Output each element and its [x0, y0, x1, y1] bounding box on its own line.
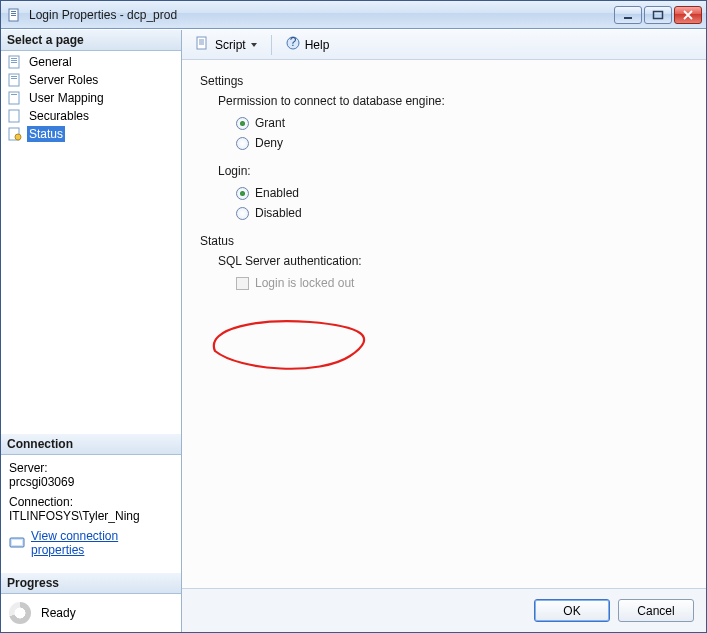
page-icon — [7, 90, 23, 106]
connection-label: Connection: — [9, 495, 173, 509]
svg-point-17 — [15, 134, 21, 140]
permission-deny-radio[interactable]: Deny — [236, 136, 688, 150]
window-title: Login Properties - dcp_prod — [29, 8, 614, 22]
svg-rect-11 — [11, 76, 17, 77]
login-locked-out-checkbox: Login is locked out — [236, 276, 688, 290]
page-icon — [7, 54, 23, 70]
sidebar-item-general[interactable]: General — [1, 53, 181, 71]
radio-icon — [236, 187, 249, 200]
help-icon: ? — [285, 35, 301, 54]
connection-props-icon — [9, 534, 25, 553]
toolbar: Script ? Help — [182, 30, 706, 60]
sidebar-item-label: Securables — [27, 108, 91, 124]
sidebar-item-server-roles[interactable]: Server Roles — [1, 71, 181, 89]
sidebar: Select a page General Server Roles — [1, 30, 182, 632]
cancel-button[interactable]: Cancel — [618, 599, 694, 622]
svg-rect-19 — [12, 540, 22, 545]
view-connection-properties-link[interactable]: View connection properties — [31, 529, 173, 557]
svg-rect-7 — [11, 58, 17, 59]
window-buttons — [614, 6, 702, 24]
sidebar-item-securables[interactable]: Securables — [1, 107, 181, 125]
progress-panel: Ready — [1, 594, 181, 632]
connection-header: Connection — [1, 434, 181, 455]
help-button[interactable]: ? Help — [280, 32, 335, 57]
titlebar: Login Properties - dcp_prod — [1, 1, 706, 29]
dialog-footer: OK Cancel — [182, 588, 706, 632]
page-icon — [7, 108, 23, 124]
svg-rect-13 — [9, 92, 19, 104]
progress-spinner-icon — [9, 602, 31, 624]
progress-header: Progress — [1, 573, 181, 594]
script-button[interactable]: Script — [190, 32, 263, 57]
connection-value: ITLINFOSYS\Tyler_Ning — [9, 509, 173, 523]
svg-rect-2 — [11, 13, 16, 14]
select-page-header: Select a page — [1, 30, 181, 51]
radio-label: Disabled — [255, 206, 302, 220]
svg-rect-12 — [11, 78, 17, 79]
radio-icon — [236, 137, 249, 150]
sidebar-item-label: User Mapping — [27, 90, 106, 106]
svg-rect-8 — [11, 60, 17, 61]
sidebar-item-label: Server Roles — [27, 72, 100, 88]
login-label: Login: — [218, 164, 688, 178]
server-label: Server: — [9, 461, 173, 475]
login-properties-window: Login Properties - dcp_prod Select a pag… — [0, 0, 707, 633]
radio-label: Grant — [255, 116, 285, 130]
sidebar-item-status[interactable]: Status — [1, 125, 181, 143]
chevron-down-icon — [250, 38, 258, 52]
page-list: General Server Roles User Mapping — [1, 51, 181, 145]
checkbox-icon — [236, 277, 249, 290]
svg-rect-15 — [9, 110, 19, 122]
help-label: Help — [305, 38, 330, 52]
main-panel: Script ? Help Settings Permission to con… — [182, 30, 706, 632]
svg-rect-4 — [624, 17, 632, 19]
login-enabled-radio[interactable]: Enabled — [236, 186, 688, 200]
server-value: prcsgi03069 — [9, 475, 173, 489]
page-icon — [7, 72, 23, 88]
minimize-button[interactable] — [614, 6, 642, 24]
progress-status: Ready — [41, 606, 76, 620]
sidebar-item-label: Status — [27, 126, 65, 142]
sql-auth-label: SQL Server authentication: — [218, 254, 688, 268]
permission-grant-radio[interactable]: Grant — [236, 116, 688, 130]
script-label: Script — [215, 38, 246, 52]
login-disabled-radio[interactable]: Disabled — [236, 206, 688, 220]
svg-rect-10 — [9, 74, 19, 86]
radio-icon — [236, 117, 249, 130]
radio-icon — [236, 207, 249, 220]
ok-button[interactable]: OK — [534, 599, 610, 622]
connection-panel: Server: prcsgi03069 Connection: ITLINFOS… — [1, 455, 181, 573]
checkbox-label: Login is locked out — [255, 276, 354, 290]
settings-heading: Settings — [200, 74, 688, 88]
svg-rect-20 — [197, 37, 206, 49]
svg-rect-1 — [11, 11, 16, 12]
maximize-button[interactable] — [644, 6, 672, 24]
status-page-content: Settings Permission to connect to databa… — [182, 60, 706, 588]
toolbar-separator — [271, 35, 272, 55]
svg-rect-14 — [11, 94, 17, 95]
page-icon — [7, 126, 23, 142]
status-heading: Status — [200, 234, 688, 248]
sidebar-item-user-mapping[interactable]: User Mapping — [1, 89, 181, 107]
sidebar-item-label: General — [27, 54, 74, 70]
app-icon — [7, 7, 23, 23]
close-button[interactable] — [674, 6, 702, 24]
svg-rect-5 — [654, 11, 663, 18]
radio-label: Enabled — [255, 186, 299, 200]
radio-label: Deny — [255, 136, 283, 150]
annotation-circle — [200, 316, 400, 376]
script-icon — [195, 35, 211, 54]
svg-rect-9 — [11, 62, 17, 63]
permission-label: Permission to connect to database engine… — [218, 94, 688, 108]
svg-text:?: ? — [289, 35, 296, 49]
svg-rect-3 — [11, 15, 16, 16]
